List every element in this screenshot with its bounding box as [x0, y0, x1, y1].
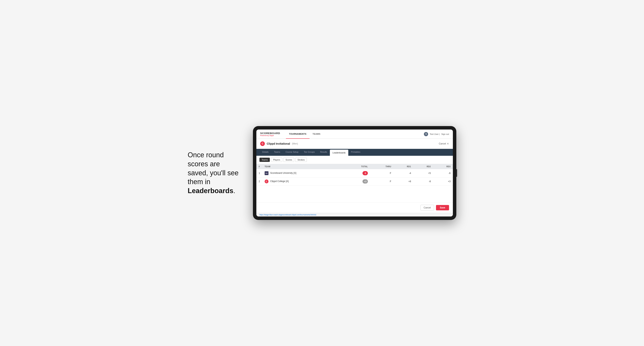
section-tabs: Details Teams Course Setup Tee Groups Re… [256, 149, 453, 156]
caption-text: Once round scores are saved, you'll see … [188, 151, 242, 195]
table-header-row: # TEAM TOTAL THRU RD1 RD2 RD3 [256, 164, 453, 169]
save-button[interactable]: Save [436, 205, 449, 210]
logo-scoreboard: SCOREBOARD [260, 132, 280, 135]
top-nav: SCOREBOARD Powered by clippd TOURNAMENTS… [256, 130, 453, 139]
col-total: TOTAL [345, 164, 370, 169]
brand-name: clippd [269, 135, 274, 136]
nav-tab-tournaments[interactable]: TOURNAMENTS [286, 130, 310, 139]
tab-details[interactable]: Details [260, 149, 271, 156]
rd3-1: -6 [433, 169, 453, 177]
tab-leaderboards[interactable]: Leaderboards [330, 150, 348, 156]
filter-scores-button[interactable]: Scores [284, 158, 294, 162]
tournament-header: C Clippd Invitational (Men) Cancel ✕ [256, 139, 453, 149]
filter-teams-button[interactable]: Teams [260, 158, 270, 162]
filter-strokes-button[interactable]: Strokes [295, 158, 307, 162]
bottom-footer: Cancel Save [256, 202, 453, 213]
caption-line2: scores are [188, 160, 220, 168]
user-name: Test User | [430, 133, 440, 135]
team-name-1: SU Scoreboard University [A] [262, 169, 345, 177]
nav-right: S Test User | Sign out [424, 132, 449, 136]
caption-line5-bold: Leaderboards [188, 187, 233, 195]
tab-results[interactable]: Results [318, 149, 330, 156]
tablet-device: SCOREBOARD Powered by clippd TOURNAMENTS… [253, 126, 456, 220]
score-badge-1: -5 [362, 171, 368, 175]
tab-printables[interactable]: Printables [348, 149, 363, 156]
sign-out-link[interactable]: Sign out [441, 133, 449, 135]
tab-course-setup[interactable]: Course Setup [283, 149, 301, 156]
tablet-side-button [456, 169, 457, 177]
rd1-1: -4 [394, 169, 413, 177]
tournament-icon: C [260, 141, 265, 146]
score-badge-2: +3 [362, 179, 368, 183]
logo-powered: Powered by clippd [260, 135, 280, 136]
logo-area: SCOREBOARD Powered by clippd [260, 132, 280, 136]
filter-players-button[interactable]: Players [271, 158, 282, 162]
cancel-button[interactable]: Cancel [420, 205, 434, 210]
leaderboard-table: # TEAM TOTAL THRU RD1 RD2 RD3 1 [256, 164, 453, 186]
total-score-2: +3 [345, 177, 370, 186]
col-rank: # [256, 164, 262, 169]
table-row: 2 C Clippd College [A] +3 F +8 -8 +3 [256, 177, 453, 186]
filter-row: Teams Players Scores Strokes [256, 156, 453, 164]
rd2-1: +5 [413, 169, 433, 177]
team-logo-1: SU [264, 171, 268, 175]
rd2-2: -8 [413, 177, 433, 186]
tournament-title-area: C Clippd Invitational (Men) [260, 141, 298, 146]
caption-line4: them in [188, 178, 210, 186]
caption-line1: Once round [188, 151, 224, 159]
url-bar: https://stage-blue-coach.stagescoreboard… [256, 213, 453, 216]
thru-2: F [370, 177, 394, 186]
rd3-2: +3 [433, 177, 453, 186]
col-team: TEAM [262, 164, 345, 169]
nav-tab-teams[interactable]: TEAMS [310, 130, 324, 139]
col-rd2: RD2 [413, 164, 433, 169]
leaderboard-table-container: # TEAM TOTAL THRU RD1 RD2 RD3 1 [256, 164, 453, 202]
col-thru: THRU [370, 164, 394, 169]
tab-tee-groups[interactable]: Tee Groups [301, 149, 318, 156]
nav-tabs: TOURNAMENTS TEAMS [286, 130, 424, 139]
cancel-btn-top[interactable]: Cancel ✕ [439, 142, 449, 145]
tournament-gender: (Men) [292, 142, 298, 145]
tablet-screen: SCOREBOARD Powered by clippd TOURNAMENTS… [256, 130, 453, 216]
thru-1: F [370, 169, 394, 177]
caption-line5-end: . [233, 187, 235, 195]
tab-teams[interactable]: Teams [271, 149, 283, 156]
tournament-name: Clippd Invitational [267, 142, 290, 145]
caption-line3: saved, you'll see [188, 169, 238, 177]
col-rd1: RD1 [394, 164, 413, 169]
user-avatar: S [424, 132, 428, 136]
team-logo-2: C [264, 179, 268, 183]
rank-1: 1 [256, 169, 262, 177]
total-score-1: -5 [345, 169, 370, 177]
team-name-2: C Clippd College [A] [262, 177, 345, 186]
close-icon: ✕ [447, 142, 449, 145]
col-rd3: RD3 [433, 164, 453, 169]
page-layout: Once round scores are saved, you'll see … [188, 126, 456, 220]
rd1-2: +8 [394, 177, 413, 186]
rank-2: 2 [256, 177, 262, 186]
table-row: 1 SU Scoreboard University [A] -5 F -4 +… [256, 169, 453, 177]
